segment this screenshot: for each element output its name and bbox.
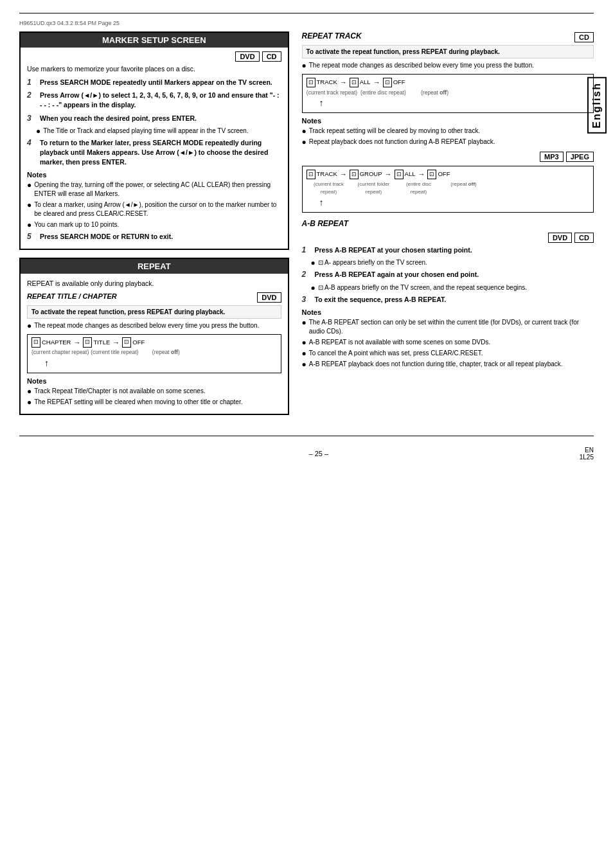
jpeg-badge: JPEG [566,152,594,162]
mp3-jpeg-badges: MP3 JPEG [302,152,594,162]
all-icon-mp3: ⊡ [395,170,404,180]
flow-track: ⊡ TRACK [306,78,337,88]
marker-note-3: ● You can mark up to 10 points. [27,220,281,229]
track-icon-mp3: ⊡ [306,170,315,180]
repeat-off-label: (repeat off) [409,89,461,97]
bullet-icon: ● [302,62,306,69]
repeat-chapter-notes-title: Notes [27,377,281,385]
ab-step-num-2: 2 [302,270,311,279]
repeat-title: REPEAT [21,259,288,274]
page-number: – 25 – [58,450,580,457]
marker-note-2: ● To clear a marker, using Arrow (◄/►), … [27,200,281,218]
marker-step-2: 2 Press Arrow (◄/►) to select 1, 2, 3, 4… [27,91,281,109]
track-repeat-label: (current track repeat) [306,89,358,97]
flow-chapter: ⊡ CHAPTER [31,337,71,348]
ab-step-2: 2 Press A-B REPEAT again at your chosen … [302,270,594,279]
track-flow-row: ⊡ TRACK → ⊡ ALL → ⊡ OFF [306,77,589,88]
marker-notes-title: Notes [27,171,281,179]
marker-note-1: ● Opening the tray, turning off the powe… [27,181,281,199]
ab-note-3: ● To cancel the A point which was set, p… [302,349,594,358]
chapter-flow-labels: (current chapter repeat) (current title … [31,348,277,357]
repeat-track-header: REPEAT TRACK CD [302,31,594,42]
flow-all-mp3: ⊡ ALL [395,170,416,180]
flow-up-arrow: ↑ [44,357,277,370]
bullet-icon: ● [302,319,306,326]
mp3-flow-up-arrow: ↑ [319,196,589,209]
mp3-badge: MP3 [540,152,564,162]
marker-intro: Use markers to memorize your favorite pl… [27,64,281,74]
step-num-4: 4 [27,138,36,166]
repeat-chapter-note-1-text: Track Repeat Title/Chapter is not availa… [34,387,205,396]
flow-arrow-t1: → [340,77,347,88]
bullet-icon: ● [27,322,31,330]
track-flow-up-arrow: ↑ [319,96,589,110]
marker-step-1: 1 Press SEARCH MODE repeatedly until Mar… [27,78,281,87]
mp3-all-label: (entire discrepeat) [396,181,441,196]
all-icon: ⊡ [350,78,359,88]
title-track-text: The Title or Track and elapsed playing t… [43,127,248,136]
repeat-track-note-2: ● Repeat playback does not function duri… [302,137,594,146]
bullet-icon: ● [27,398,31,406]
marker-setup-title: MARKER SETUP SCREEN [21,33,288,48]
mp3-off-label: (repeat off) [441,181,486,196]
ab-step-text-3: To exit the sequence, press A-B REPEAT. [315,295,447,305]
activate-strong: To activate the repeat function, press R… [31,308,225,315]
ab-bullet-2: ● ⊡ A-B appears briefly on the TV screen… [311,283,594,292]
marker-setup-section: MARKER SETUP SCREEN DVD CD Use markers t… [19,31,289,250]
repeat-track-mode-text: The repeat mode changes as described bel… [309,61,534,70]
bullet-icon: ● [36,127,40,135]
repeat-track-note-2-text: Repeat playback does not function during… [309,137,495,146]
ab-step-num-1: 1 [302,245,311,255]
mp3-flow-row: ⊡ TRACK → ⊡ GROUP → ⊡ ALL → ⊡ OFF [306,169,589,180]
flow-arrow-m1: → [340,169,347,180]
step-text-4: To return to the Marker later, press SEA… [40,138,281,166]
track-flow-labels: (current track repeat) (entire disc repe… [306,89,589,97]
step-num-1: 1 [27,78,36,87]
repeat-track-note-1: ● Track repeat setting will be cleared b… [302,127,594,136]
bullet-icon: ● [302,339,306,346]
flow-arrow-2: → [112,337,120,348]
ab-bullet-1-text: ⊡ A- appears briefly on the TV screen. [318,258,427,267]
flow-arrow-m3: → [418,169,425,180]
repeat-track-activate: To activate the repeat function, press R… [302,45,594,58]
repeat-title-chapter-header: REPEAT TITLE / CHAPTER DVD [27,292,281,303]
repeat-inner: REPEAT is available only during playback… [21,274,288,414]
flow-off-2: ⊡ OFF [383,78,405,88]
ab-dvd-badge: DVD [548,233,572,243]
lang-code: EN 1L25 [580,447,594,461]
step-num-2: 2 [27,91,36,109]
mp3-flow-diagram: ⊡ TRACK → ⊡ GROUP → ⊡ ALL → ⊡ OFF (curre… [302,166,594,213]
step-text-1: Press SEARCH MODE repeatedly until Marke… [40,78,272,87]
title-label: (current title repeat) [89,348,140,357]
repeat-mode-note: ● The repeat mode changes as described b… [27,321,281,330]
mp3-track-label: (current trackrepeat) [306,181,351,196]
flow-off: ⊡ OFF [122,337,145,348]
ab-bullet-1: ● ⊡ A- appears briefly on the TV screen. [311,258,594,267]
bullet-icon: ● [311,259,315,267]
ab-step-text-1: Press A-B REPEAT at your chosen starting… [315,245,472,255]
repeat-track-note-1-text: Track repeat setting will be cleared by … [309,127,480,136]
bullet-icon: ● [302,350,306,357]
flow-group: ⊡ GROUP [350,170,382,180]
bullet-icon: ● [27,201,31,209]
ab-note-3-text: To cancel the A point which was set, pre… [309,349,483,358]
page-bottom: – 25 – EN 1L25 [19,447,594,461]
repeat-chapter-note-2-text: The REPEAT setting will be cleared when … [34,398,242,407]
flow-off-mp3: ⊡ OFF [427,170,450,180]
step-text-5: Press SEARCH MODE or RETURN to exit. [40,232,173,242]
marker-step-4: 4 To return to the Marker later, press S… [27,138,281,166]
chapter-label: (current chapter repeat) [31,348,89,357]
mp3-jpeg-section: MP3 JPEG ⊡ TRACK → ⊡ GROUP → ⊡ ALL → ⊡ O… [302,152,594,213]
ab-repeat-badges: DVD CD [302,233,594,243]
track-flow-diagram: ⊡ TRACK → ⊡ ALL → ⊡ OFF (current track r… [302,74,594,113]
mp3-flow-labels: (current trackrepeat) (current folderrep… [306,181,589,196]
repeat-track-mode: ● The repeat mode changes as described b… [302,61,594,70]
title-track-note: ● The Title or Track and elapsed playing… [36,127,281,136]
step-text-3: When you reach the desired point, press … [40,114,197,123]
off-label: (repeat off) [140,348,191,357]
bullet-icon: ● [302,360,306,368]
dvd-badge: DVD [235,51,259,62]
ab-step-num-3: 3 [302,295,311,305]
chapter-icon: ⊡ [31,337,40,348]
ab-step-text-2: Press A-B REPEAT again at your chosen en… [315,270,479,279]
